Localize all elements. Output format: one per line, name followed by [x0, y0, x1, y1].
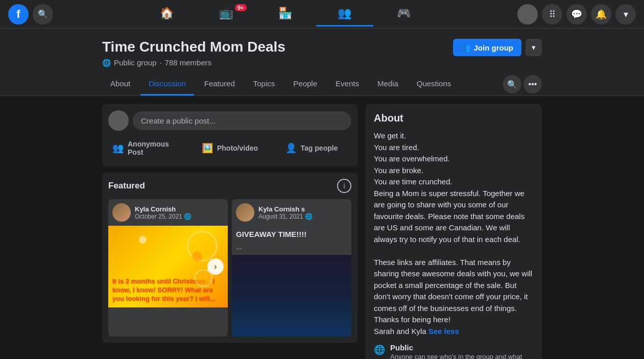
join-icon: 👥 [461, 43, 471, 52]
photo-video-button[interactable]: 🖼️ Photo/video [190, 136, 270, 160]
search-icon: 🔍 [38, 9, 48, 19]
card-1-author: Kyla Cornish [135, 205, 192, 213]
apps-icon: ⠿ [549, 9, 556, 20]
member-count: 788 members [165, 58, 212, 67]
group-visibility: Public group [114, 58, 156, 67]
account-dropdown-button[interactable]: ▾ [615, 4, 636, 25]
group-tabs: About Discussion Featured Topics People … [102, 73, 542, 95]
notifications-button[interactable]: 🔔 [591, 4, 611, 25]
main-content: Create a public post... 👥 Anonymous Post… [0, 96, 644, 359]
nav-right: ⠿ 💬 🔔 ▾ [517, 4, 636, 25]
tab-people[interactable]: People [285, 73, 325, 95]
privacy-row: 🌐 Public Anyone can see who's in the gro… [374, 343, 534, 359]
featured-title: Featured [108, 181, 145, 191]
card-1-date: October 25, 2021 🌐 [135, 213, 192, 220]
create-post-input[interactable]: Create a public post... [133, 111, 351, 130]
tab-questions[interactable]: Questions [409, 73, 460, 95]
left-column: Create a public post... 👥 Anonymous Post… [102, 104, 357, 343]
nav-groups-button[interactable]: 👥 [316, 2, 373, 27]
join-group-button[interactable]: 👥 Join group [453, 39, 522, 56]
tab-about[interactable]: About [102, 73, 138, 95]
nav-gaming-button[interactable]: 🎮 [375, 2, 433, 27]
search-icon: 🔍 [507, 80, 517, 89]
chevron-down-icon: ▾ [624, 9, 628, 20]
privacy-label: Public [390, 343, 534, 352]
top-navigation: f 🔍 🏠 📺 9+ 🏪 👥 🎮 ⠿ 💬 🔔 [0, 0, 644, 29]
group-meta: 🌐 Public group · 788 members [102, 58, 542, 67]
tab-featured[interactable]: Featured [196, 73, 243, 95]
card-2-avatar [236, 203, 254, 222]
more-icon: ••• [529, 80, 537, 89]
nav-marketplace-button[interactable]: 🏪 [257, 2, 314, 27]
card-2-image-inner [232, 255, 351, 337]
privacy-description: Anyone can see who's in the group and wh… [390, 353, 534, 359]
gaming-icon: 🎮 [397, 7, 411, 20]
group-title: Time Crunched Mom Deals [102, 39, 285, 55]
post-input-row: Create a public post... [108, 110, 351, 131]
dot-separator: · [159, 58, 161, 67]
card-1-header: Kyla Cornish October 25, 2021 🌐 [108, 199, 228, 226]
tag-people-button[interactable]: 👤 Tag people [272, 136, 351, 160]
card-2-header: Kyla Cornish s August 31, 2021 🌐 [232, 199, 351, 226]
group-actions: 👥 Join group ▾ [453, 39, 542, 56]
more-tab-button[interactable]: ••• [523, 75, 542, 93]
messenger-button[interactable]: 💬 [566, 4, 587, 25]
card-1-avatar [112, 203, 131, 222]
globe-icon: 🌐 [102, 59, 111, 67]
globe-icon: 🌐 [184, 213, 192, 220]
home-icon: 🏠 [160, 7, 174, 20]
card-2-headline: GIVEAWAY TIME!!!! [232, 226, 351, 243]
card-1-nav-arrow[interactable]: › [207, 258, 224, 275]
about-panel: About We get it. You are tired. You are … [366, 104, 542, 359]
facebook-logo[interactable]: f [8, 4, 29, 25]
card-1-image: It is 2 months until Christmas... I know… [108, 226, 228, 307]
featured-section: Featured i Kyla Cornish Octob [102, 173, 357, 343]
post-avatar [108, 110, 129, 131]
nav-left: f 🔍 [8, 4, 53, 25]
featured-cards: Kyla Cornish October 25, 2021 🌐 [108, 199, 351, 337]
apps-button[interactable]: ⠿ [542, 4, 562, 25]
globe-icon: 🌐 [305, 213, 313, 220]
featured-header: Featured i [108, 179, 351, 193]
card-2-author: Kyla Cornish s [258, 205, 313, 213]
messenger-icon: 💬 [571, 9, 582, 20]
card-2-ellipsis: ... [232, 243, 351, 255]
search-tab-button[interactable]: 🔍 [503, 75, 521, 93]
tag-icon: 👤 [285, 142, 297, 154]
see-less-button[interactable]: See less [428, 327, 459, 336]
marketplace-icon: 🏪 [278, 7, 292, 20]
privacy-globe-icon: 🌐 [374, 344, 385, 355]
group-more-button[interactable]: ▾ [526, 39, 542, 56]
user-avatar[interactable] [517, 4, 538, 25]
card-2-date: August 31, 2021 🌐 [258, 213, 313, 220]
about-title: About [374, 112, 534, 124]
tab-media[interactable]: Media [369, 73, 407, 95]
chevron-down-icon: ▾ [532, 43, 536, 52]
info-button[interactable]: i [337, 179, 351, 193]
nav-watch-button[interactable]: 📺 9+ [198, 2, 255, 27]
watch-badge: 9+ [235, 4, 247, 11]
nav-center: 🏠 📺 9+ 🏪 👥 🎮 [53, 2, 517, 27]
anonymous-icon: 👥 [112, 142, 124, 154]
tab-discussion[interactable]: Discussion [140, 73, 194, 95]
tab-icons: 🔍 ••• [503, 75, 542, 93]
tab-events[interactable]: Events [327, 73, 367, 95]
card-2-author-info: Kyla Cornish s August 31, 2021 🌐 [258, 205, 313, 220]
watch-icon: 📺 [219, 7, 233, 20]
about-line-2: These links are affiliates. That means b… [374, 258, 532, 336]
search-button[interactable]: 🔍 [33, 4, 53, 25]
privacy-info: Public Anyone can see who's in the group… [390, 343, 534, 359]
about-body-text: We get it. You are tired. You are overwh… [374, 130, 534, 337]
card-1-author-info: Kyla Cornish October 25, 2021 🌐 [135, 205, 192, 220]
featured-card-1[interactable]: Kyla Cornish October 25, 2021 🌐 [108, 199, 228, 337]
about-line-1: We get it. You are tired. You are overwh… [374, 131, 524, 244]
tab-topics[interactable]: Topics [245, 73, 283, 95]
group-header: Time Crunched Mom Deals 👥 Join group ▾ 🌐… [0, 29, 644, 96]
post-actions: 👥 Anonymous Post 🖼️ Photo/video 👤 Tag pe… [108, 136, 351, 160]
notifications-icon: 🔔 [595, 9, 607, 20]
nav-home-button[interactable]: 🏠 [138, 2, 196, 27]
featured-card-2[interactable]: Kyla Cornish s August 31, 2021 🌐 GIVEAWA… [232, 199, 351, 337]
groups-icon: 👥 [338, 7, 351, 20]
anonymous-post-button[interactable]: 👥 Anonymous Post [108, 136, 188, 160]
group-title-row: Time Crunched Mom Deals 👥 Join group ▾ [102, 39, 542, 56]
